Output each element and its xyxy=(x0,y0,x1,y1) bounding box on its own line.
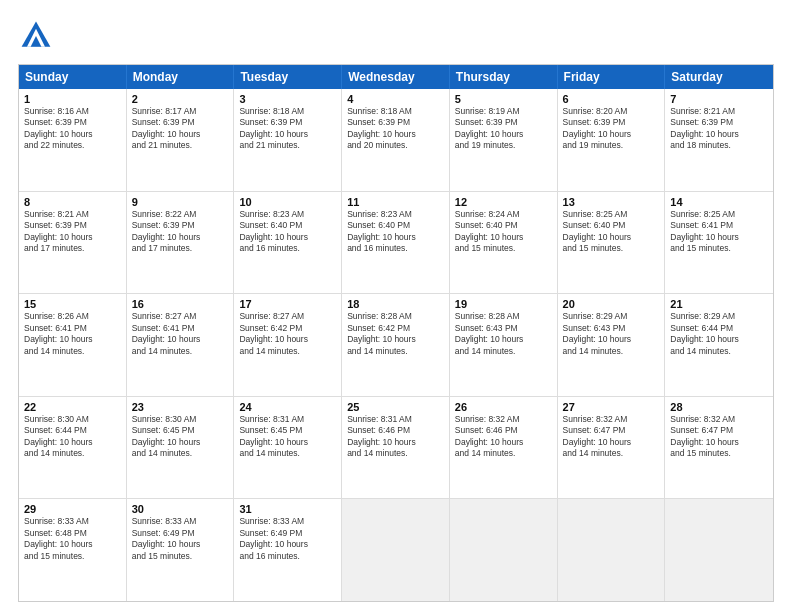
cell-text: Sunrise: 8:31 AM Sunset: 6:45 PM Dayligh… xyxy=(239,414,336,460)
calendar-header: SundayMondayTuesdayWednesdayThursdayFrid… xyxy=(19,65,773,89)
header-day-friday: Friday xyxy=(558,65,666,89)
cell-text: Sunrise: 8:27 AM Sunset: 6:41 PM Dayligh… xyxy=(132,311,229,357)
day-cell-6: 6Sunrise: 8:20 AM Sunset: 6:39 PM Daylig… xyxy=(558,89,666,191)
day-cell-3: 3Sunrise: 8:18 AM Sunset: 6:39 PM Daylig… xyxy=(234,89,342,191)
calendar-row: 15Sunrise: 8:26 AM Sunset: 6:41 PM Dayli… xyxy=(19,294,773,397)
cell-text: Sunrise: 8:28 AM Sunset: 6:43 PM Dayligh… xyxy=(455,311,552,357)
day-cell-30: 30Sunrise: 8:33 AM Sunset: 6:49 PM Dayli… xyxy=(127,499,235,601)
day-cell-1: 1Sunrise: 8:16 AM Sunset: 6:39 PM Daylig… xyxy=(19,89,127,191)
cell-text: Sunrise: 8:19 AM Sunset: 6:39 PM Dayligh… xyxy=(455,106,552,152)
day-cell-19: 19Sunrise: 8:28 AM Sunset: 6:43 PM Dayli… xyxy=(450,294,558,396)
day-number: 18 xyxy=(347,298,444,310)
day-cell-29: 29Sunrise: 8:33 AM Sunset: 6:48 PM Dayli… xyxy=(19,499,127,601)
day-number: 12 xyxy=(455,196,552,208)
cell-text: Sunrise: 8:30 AM Sunset: 6:44 PM Dayligh… xyxy=(24,414,121,460)
logo xyxy=(18,18,58,54)
cell-text: Sunrise: 8:23 AM Sunset: 6:40 PM Dayligh… xyxy=(347,209,444,255)
day-number: 2 xyxy=(132,93,229,105)
day-number: 19 xyxy=(455,298,552,310)
day-number: 17 xyxy=(239,298,336,310)
day-cell-10: 10Sunrise: 8:23 AM Sunset: 6:40 PM Dayli… xyxy=(234,192,342,294)
day-number: 21 xyxy=(670,298,768,310)
cell-text: Sunrise: 8:32 AM Sunset: 6:47 PM Dayligh… xyxy=(563,414,660,460)
day-cell-2: 2Sunrise: 8:17 AM Sunset: 6:39 PM Daylig… xyxy=(127,89,235,191)
day-cell-7: 7Sunrise: 8:21 AM Sunset: 6:39 PM Daylig… xyxy=(665,89,773,191)
calendar-row: 8Sunrise: 8:21 AM Sunset: 6:39 PM Daylig… xyxy=(19,192,773,295)
header-day-thursday: Thursday xyxy=(450,65,558,89)
day-number: 3 xyxy=(239,93,336,105)
header-day-monday: Monday xyxy=(127,65,235,89)
day-cell-11: 11Sunrise: 8:23 AM Sunset: 6:40 PM Dayli… xyxy=(342,192,450,294)
cell-text: Sunrise: 8:32 AM Sunset: 6:47 PM Dayligh… xyxy=(670,414,768,460)
day-number: 24 xyxy=(239,401,336,413)
day-cell-4: 4Sunrise: 8:18 AM Sunset: 6:39 PM Daylig… xyxy=(342,89,450,191)
day-cell-5: 5Sunrise: 8:19 AM Sunset: 6:39 PM Daylig… xyxy=(450,89,558,191)
day-cell-28: 28Sunrise: 8:32 AM Sunset: 6:47 PM Dayli… xyxy=(665,397,773,499)
cell-text: Sunrise: 8:24 AM Sunset: 6:40 PM Dayligh… xyxy=(455,209,552,255)
cell-text: Sunrise: 8:25 AM Sunset: 6:40 PM Dayligh… xyxy=(563,209,660,255)
day-number: 9 xyxy=(132,196,229,208)
cell-text: Sunrise: 8:17 AM Sunset: 6:39 PM Dayligh… xyxy=(132,106,229,152)
cell-text: Sunrise: 8:26 AM Sunset: 6:41 PM Dayligh… xyxy=(24,311,121,357)
day-number: 29 xyxy=(24,503,121,515)
day-number: 8 xyxy=(24,196,121,208)
day-number: 30 xyxy=(132,503,229,515)
day-cell-17: 17Sunrise: 8:27 AM Sunset: 6:42 PM Dayli… xyxy=(234,294,342,396)
empty-cell xyxy=(450,499,558,601)
cell-text: Sunrise: 8:33 AM Sunset: 6:49 PM Dayligh… xyxy=(239,516,336,562)
cell-text: Sunrise: 8:18 AM Sunset: 6:39 PM Dayligh… xyxy=(347,106,444,152)
cell-text: Sunrise: 8:29 AM Sunset: 6:43 PM Dayligh… xyxy=(563,311,660,357)
cell-text: Sunrise: 8:27 AM Sunset: 6:42 PM Dayligh… xyxy=(239,311,336,357)
cell-text: Sunrise: 8:33 AM Sunset: 6:48 PM Dayligh… xyxy=(24,516,121,562)
day-number: 7 xyxy=(670,93,768,105)
day-number: 14 xyxy=(670,196,768,208)
cell-text: Sunrise: 8:21 AM Sunset: 6:39 PM Dayligh… xyxy=(24,209,121,255)
day-cell-21: 21Sunrise: 8:29 AM Sunset: 6:44 PM Dayli… xyxy=(665,294,773,396)
day-cell-12: 12Sunrise: 8:24 AM Sunset: 6:40 PM Dayli… xyxy=(450,192,558,294)
header xyxy=(18,18,774,54)
calendar-body: 1Sunrise: 8:16 AM Sunset: 6:39 PM Daylig… xyxy=(19,89,773,601)
day-number: 5 xyxy=(455,93,552,105)
cell-text: Sunrise: 8:33 AM Sunset: 6:49 PM Dayligh… xyxy=(132,516,229,562)
day-number: 13 xyxy=(563,196,660,208)
empty-cell xyxy=(342,499,450,601)
header-day-saturday: Saturday xyxy=(665,65,773,89)
day-number: 16 xyxy=(132,298,229,310)
day-number: 10 xyxy=(239,196,336,208)
cell-text: Sunrise: 8:25 AM Sunset: 6:41 PM Dayligh… xyxy=(670,209,768,255)
cell-text: Sunrise: 8:18 AM Sunset: 6:39 PM Dayligh… xyxy=(239,106,336,152)
calendar-row: 22Sunrise: 8:30 AM Sunset: 6:44 PM Dayli… xyxy=(19,397,773,500)
day-cell-16: 16Sunrise: 8:27 AM Sunset: 6:41 PM Dayli… xyxy=(127,294,235,396)
day-number: 26 xyxy=(455,401,552,413)
cell-text: Sunrise: 8:29 AM Sunset: 6:44 PM Dayligh… xyxy=(670,311,768,357)
empty-cell xyxy=(558,499,666,601)
logo-icon xyxy=(18,18,54,54)
day-cell-18: 18Sunrise: 8:28 AM Sunset: 6:42 PM Dayli… xyxy=(342,294,450,396)
day-cell-26: 26Sunrise: 8:32 AM Sunset: 6:46 PM Dayli… xyxy=(450,397,558,499)
cell-text: Sunrise: 8:23 AM Sunset: 6:40 PM Dayligh… xyxy=(239,209,336,255)
day-number: 23 xyxy=(132,401,229,413)
day-cell-14: 14Sunrise: 8:25 AM Sunset: 6:41 PM Dayli… xyxy=(665,192,773,294)
day-number: 1 xyxy=(24,93,121,105)
cell-text: Sunrise: 8:32 AM Sunset: 6:46 PM Dayligh… xyxy=(455,414,552,460)
header-day-tuesday: Tuesday xyxy=(234,65,342,89)
cell-text: Sunrise: 8:21 AM Sunset: 6:39 PM Dayligh… xyxy=(670,106,768,152)
day-number: 4 xyxy=(347,93,444,105)
calendar: SundayMondayTuesdayWednesdayThursdayFrid… xyxy=(18,64,774,602)
header-day-wednesday: Wednesday xyxy=(342,65,450,89)
day-number: 31 xyxy=(239,503,336,515)
day-cell-15: 15Sunrise: 8:26 AM Sunset: 6:41 PM Dayli… xyxy=(19,294,127,396)
day-cell-22: 22Sunrise: 8:30 AM Sunset: 6:44 PM Dayli… xyxy=(19,397,127,499)
cell-text: Sunrise: 8:20 AM Sunset: 6:39 PM Dayligh… xyxy=(563,106,660,152)
cell-text: Sunrise: 8:30 AM Sunset: 6:45 PM Dayligh… xyxy=(132,414,229,460)
day-cell-8: 8Sunrise: 8:21 AM Sunset: 6:39 PM Daylig… xyxy=(19,192,127,294)
cell-text: Sunrise: 8:31 AM Sunset: 6:46 PM Dayligh… xyxy=(347,414,444,460)
day-cell-25: 25Sunrise: 8:31 AM Sunset: 6:46 PM Dayli… xyxy=(342,397,450,499)
day-number: 11 xyxy=(347,196,444,208)
day-number: 22 xyxy=(24,401,121,413)
day-number: 27 xyxy=(563,401,660,413)
day-number: 25 xyxy=(347,401,444,413)
day-cell-24: 24Sunrise: 8:31 AM Sunset: 6:45 PM Dayli… xyxy=(234,397,342,499)
header-day-sunday: Sunday xyxy=(19,65,127,89)
empty-cell xyxy=(665,499,773,601)
